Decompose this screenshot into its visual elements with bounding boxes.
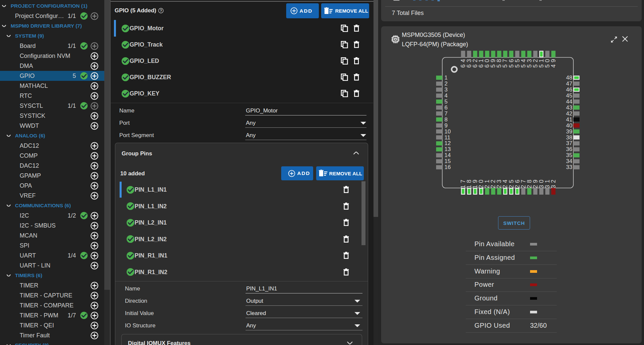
svg-text:23: 23 [496,178,502,188]
svg-text:16: 16 [444,164,451,170]
svg-text:37: 37 [566,140,572,146]
svg-text:24: 24 [502,178,508,188]
svg-text:31: 31 [544,178,551,188]
svg-text:26: 26 [514,178,521,188]
svg-text:2: 2 [444,81,447,87]
svg-text:6: 6 [444,104,447,111]
svg-text:19: 19 [472,178,478,188]
svg-text:41: 41 [566,116,572,123]
svg-text:60: 60 [484,57,490,68]
svg-text:55: 55 [514,57,521,68]
svg-text:33: 33 [566,164,572,170]
svg-text:28: 28 [526,178,533,188]
svg-text:25: 25 [508,178,515,188]
svg-text:49: 49 [550,57,557,68]
svg-text:7: 7 [444,110,447,117]
svg-text:?: ? [160,9,162,13]
svg-text:40: 40 [566,122,572,129]
svg-text:48: 48 [566,75,572,81]
svg-text:64: 64 [460,57,466,68]
svg-text:20: 20 [478,178,484,188]
svg-text:46: 46 [566,86,572,93]
svg-text:13: 13 [444,146,451,152]
svg-text:54: 54 [520,57,527,68]
svg-text:56: 56 [508,57,515,68]
svg-text:9: 9 [444,122,447,129]
svg-text:58: 58 [496,57,502,68]
svg-text:62: 62 [472,57,478,68]
svg-text:38: 38 [566,134,572,141]
svg-text:45: 45 [566,92,572,99]
svg-text:42: 42 [566,110,572,117]
svg-text:4: 4 [444,92,447,99]
svg-text:1: 1 [444,75,447,81]
svg-text:50: 50 [544,57,551,68]
svg-text:59: 59 [490,57,496,68]
svg-text:18: 18 [466,178,472,188]
svg-text:15: 15 [444,158,451,164]
svg-text:63: 63 [466,57,472,68]
svg-text:27: 27 [520,178,527,188]
svg-text:8: 8 [444,116,447,123]
svg-text:21: 21 [484,178,490,188]
svg-text:53: 53 [526,57,533,68]
svg-text:22: 22 [490,178,496,188]
svg-text:32: 32 [550,178,557,188]
svg-text:29: 29 [532,178,539,188]
svg-text:36: 36 [566,146,572,152]
svg-text:10: 10 [444,128,451,135]
svg-text:51: 51 [538,57,545,68]
svg-text:12: 12 [444,140,451,146]
svg-text:3: 3 [444,86,447,93]
svg-text:43: 43 [566,104,572,111]
svg-text:44: 44 [566,98,572,105]
svg-text:57: 57 [502,57,508,68]
svg-text:17: 17 [460,178,466,188]
svg-text:5: 5 [444,98,447,105]
svg-text:52: 52 [532,57,539,68]
svg-text:14: 14 [444,152,451,158]
svg-text:61: 61 [478,57,484,68]
svg-text:11: 11 [444,134,450,141]
svg-text:39: 39 [566,128,572,135]
svg-text:34: 34 [566,158,572,164]
svg-text:35: 35 [566,152,572,158]
svg-text:30: 30 [538,178,545,188]
svg-text:47: 47 [566,81,572,87]
